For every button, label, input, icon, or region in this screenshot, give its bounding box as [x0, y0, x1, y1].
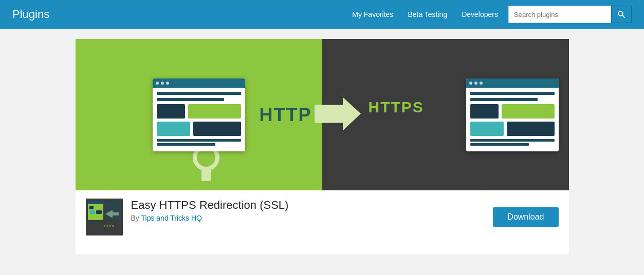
browser-bar-bottom-short-https [470, 143, 529, 146]
hero-left-panel: HTTP [76, 39, 322, 190]
browser-row-2 [157, 122, 241, 136]
plugin-icon: HTTP HTTPS [86, 199, 123, 235]
plugin-author-link[interactable]: Tips and Tricks HQ [141, 214, 202, 222]
search-input[interactable] [508, 6, 611, 23]
http-label: HTTP [260, 104, 312, 126]
browser-row-1 [157, 104, 241, 119]
search-container [508, 6, 632, 23]
browser-bar [157, 92, 241, 95]
browser-dot [161, 82, 164, 85]
browser-block-dark [157, 104, 185, 119]
svg-rect-8 [89, 206, 94, 209]
browser-bar-bottom [157, 139, 241, 142]
browser-block-cyan-https [470, 122, 504, 136]
svg-rect-11 [96, 210, 102, 214]
svg-line-1 [622, 15, 624, 17]
hero-banner: HTTP HTTPS [76, 39, 569, 190]
site-header: Plugins My Favorites Beta Testing Develo… [0, 0, 644, 29]
browser-block-green [188, 104, 241, 119]
browser-block-green-https [502, 104, 555, 119]
browser-block-dark2 [193, 122, 241, 136]
svg-marker-4 [315, 97, 361, 130]
browser-mockup-http [153, 78, 245, 151]
svg-rect-9 [95, 206, 102, 209]
search-icon [617, 10, 625, 18]
https-label: HTTPS [369, 99, 424, 116]
browser-block-cyan [157, 122, 190, 136]
browser-titlebar [153, 78, 245, 88]
browser-row-https-1 [470, 104, 555, 119]
browser-dot-https [469, 82, 472, 85]
browser-bar-bottom-short [157, 143, 216, 146]
plugin-author-prefix: By [131, 214, 141, 222]
browser-dot [156, 82, 159, 85]
browser-titlebar-https [466, 78, 559, 88]
site-title: Plugins [12, 8, 49, 21]
browser-bar-bottom-https [470, 139, 555, 142]
arrow-icon [315, 97, 361, 132]
browser-block-dark-https [470, 104, 499, 119]
arrow-svg [315, 97, 361, 130]
svg-text:HTTPS: HTTPS [104, 224, 115, 227]
nav-my-favorites[interactable]: My Favorites [352, 10, 393, 18]
svg-rect-7 [88, 201, 103, 204]
svg-rect-15 [105, 201, 121, 220]
search-button[interactable] [611, 6, 632, 23]
browser-block-dark2-https [507, 122, 555, 136]
nav-developers[interactable]: Developers [462, 10, 498, 18]
browser-body [153, 88, 245, 151]
browser-body-https [466, 88, 559, 151]
main-nav: My Favorites Beta Testing Developers [352, 10, 498, 18]
plugin-icon-svg: HTTP HTTPS [86, 199, 123, 235]
browser-bar-https [470, 92, 555, 95]
svg-rect-3 [201, 167, 211, 181]
plugin-details: Easy HTTPS Redirection (SSL) By Tips and… [131, 199, 485, 222]
hero-right-panel: HTTPS [322, 39, 569, 190]
plugin-name: Easy HTTPS Redirection (SSL) [131, 199, 485, 212]
plugin-info-row: HTTP HTTPS Easy HTTPS Redirection (SSL) … [76, 190, 569, 244]
nav-beta-testing[interactable]: Beta Testing [408, 10, 447, 18]
download-button[interactable]: Download [493, 207, 558, 227]
plugin-author: By Tips and Tricks HQ [131, 214, 485, 222]
browser-row-https-2 [470, 122, 555, 136]
browser-mockup-https [466, 78, 559, 151]
browser-dot [166, 82, 169, 85]
svg-rect-10 [89, 210, 95, 214]
browser-dot-https [474, 82, 477, 85]
main-content: HTTP HTTPS [76, 39, 569, 254]
browser-bar-short-https [470, 98, 538, 101]
browser-dot-https [480, 82, 483, 85]
browser-bar-short [157, 98, 224, 101]
svg-text:HTTP: HTTP [88, 221, 98, 225]
